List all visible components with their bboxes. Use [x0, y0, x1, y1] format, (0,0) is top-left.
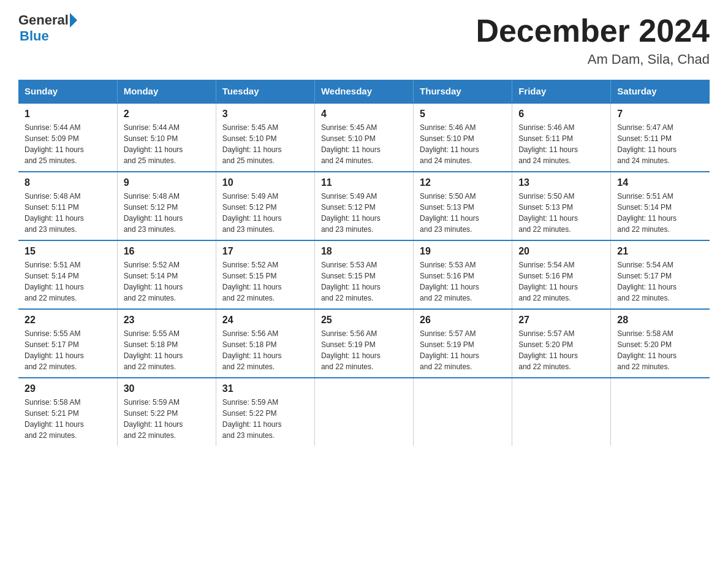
cell-week2-day5: 13 Sunrise: 5:50 AMSunset: 5:13 PMDaylig…: [512, 172, 611, 240]
day-info: Sunrise: 5:53 AMSunset: 5:15 PMDaylight:…: [321, 261, 381, 302]
title-section: December 2024 Am Dam, Sila, Chad: [476, 12, 710, 67]
day-number: 4: [321, 109, 407, 120]
day-number: 23: [124, 315, 210, 326]
cell-week5-day1: 30 Sunrise: 5:59 AMSunset: 5:22 PMDaylig…: [117, 378, 216, 446]
day-number: 5: [420, 109, 506, 120]
day-info: Sunrise: 5:53 AMSunset: 5:16 PMDaylight:…: [420, 261, 479, 302]
cell-week5-day6: [611, 378, 710, 446]
day-info: Sunrise: 5:49 AMSunset: 5:12 PMDaylight:…: [321, 192, 381, 234]
day-info: Sunrise: 5:57 AMSunset: 5:19 PMDaylight:…: [420, 329, 479, 371]
logo: General Blue: [18, 12, 77, 44]
cell-week5-day5: [512, 378, 611, 446]
day-number: 26: [420, 315, 506, 326]
day-info: Sunrise: 5:51 AMSunset: 5:14 PMDaylight:…: [25, 261, 84, 302]
day-info: Sunrise: 5:58 AMSunset: 5:20 PMDaylight:…: [617, 329, 677, 371]
day-number: 1: [25, 109, 111, 120]
day-info: Sunrise: 5:54 AMSunset: 5:17 PMDaylight:…: [617, 261, 677, 302]
day-info: Sunrise: 5:50 AMSunset: 5:13 PMDaylight:…: [518, 192, 578, 234]
cell-week1-day6: 7 Sunrise: 5:47 AMSunset: 5:11 PMDayligh…: [611, 103, 710, 172]
cell-week1-day5: 6 Sunrise: 5:46 AMSunset: 5:11 PMDayligh…: [512, 103, 611, 172]
page-title: December 2024: [476, 12, 710, 49]
cell-week3-day6: 21 Sunrise: 5:54 AMSunset: 5:17 PMDaylig…: [611, 240, 710, 309]
day-number: 31: [222, 383, 308, 394]
day-number: 24: [222, 315, 308, 326]
day-info: Sunrise: 5:56 AMSunset: 5:19 PMDaylight:…: [321, 329, 381, 371]
calendar-header: SundayMondayTuesdayWednesdayThursdayFrid…: [18, 80, 710, 103]
day-info: Sunrise: 5:56 AMSunset: 5:18 PMDaylight:…: [222, 329, 282, 371]
day-number: 20: [518, 246, 604, 257]
cell-week3-day1: 16 Sunrise: 5:52 AMSunset: 5:14 PMDaylig…: [117, 240, 216, 309]
header-thursday: Thursday: [414, 80, 512, 103]
header-monday: Monday: [117, 80, 216, 103]
cell-week4-day3: 25 Sunrise: 5:56 AMSunset: 5:19 PMDaylig…: [314, 309, 413, 378]
day-number: 19: [420, 246, 506, 257]
cell-week3-day4: 19 Sunrise: 5:53 AMSunset: 5:16 PMDaylig…: [414, 240, 512, 309]
day-info: Sunrise: 5:57 AMSunset: 5:20 PMDaylight:…: [518, 329, 578, 371]
cell-week3-day5: 20 Sunrise: 5:54 AMSunset: 5:16 PMDaylig…: [512, 240, 611, 309]
cell-week2-day6: 14 Sunrise: 5:51 AMSunset: 5:14 PMDaylig…: [611, 172, 710, 240]
day-info: Sunrise: 5:50 AMSunset: 5:13 PMDaylight:…: [420, 192, 479, 234]
page-subtitle: Am Dam, Sila, Chad: [476, 52, 710, 67]
day-number: 13: [518, 177, 604, 188]
day-info: Sunrise: 5:46 AMSunset: 5:11 PMDaylight:…: [518, 123, 578, 165]
day-number: 21: [617, 246, 703, 257]
day-number: 15: [25, 246, 111, 257]
logo-blue-text: Blue: [20, 28, 49, 44]
day-info: Sunrise: 5:46 AMSunset: 5:10 PMDaylight:…: [420, 123, 479, 165]
calendar-body: 1 Sunrise: 5:44 AMSunset: 5:09 PMDayligh…: [18, 103, 710, 446]
logo-arrow-icon: [70, 13, 77, 28]
calendar-table: SundayMondayTuesdayWednesdayThursdayFrid…: [18, 80, 710, 446]
cell-week4-day2: 24 Sunrise: 5:56 AMSunset: 5:18 PMDaylig…: [216, 309, 314, 378]
cell-week1-day0: 1 Sunrise: 5:44 AMSunset: 5:09 PMDayligh…: [18, 103, 117, 172]
cell-week1-day2: 3 Sunrise: 5:45 AMSunset: 5:10 PMDayligh…: [216, 103, 314, 172]
day-info: Sunrise: 5:51 AMSunset: 5:14 PMDaylight:…: [617, 192, 677, 234]
cell-week1-day3: 4 Sunrise: 5:45 AMSunset: 5:10 PMDayligh…: [314, 103, 413, 172]
day-info: Sunrise: 5:48 AMSunset: 5:11 PMDaylight:…: [25, 192, 84, 234]
header-tuesday: Tuesday: [216, 80, 314, 103]
day-number: 30: [124, 383, 210, 394]
day-number: 6: [518, 109, 604, 120]
cell-week1-day1: 2 Sunrise: 5:44 AMSunset: 5:10 PMDayligh…: [117, 103, 216, 172]
day-info: Sunrise: 5:44 AMSunset: 5:09 PMDaylight:…: [25, 123, 84, 165]
logo-general-text: General: [18, 12, 69, 28]
cell-week3-day3: 18 Sunrise: 5:53 AMSunset: 5:15 PMDaylig…: [314, 240, 413, 309]
week-row-5: 29 Sunrise: 5:58 AMSunset: 5:21 PMDaylig…: [18, 378, 710, 446]
header-row: SundayMondayTuesdayWednesdayThursdayFrid…: [18, 80, 710, 103]
day-number: 17: [222, 246, 308, 257]
day-number: 14: [617, 177, 703, 188]
day-number: 11: [321, 177, 407, 188]
day-info: Sunrise: 5:55 AMSunset: 5:17 PMDaylight:…: [25, 329, 84, 371]
cell-week2-day0: 8 Sunrise: 5:48 AMSunset: 5:11 PMDayligh…: [18, 172, 117, 240]
header-wednesday: Wednesday: [314, 80, 413, 103]
day-info: Sunrise: 5:55 AMSunset: 5:18 PMDaylight:…: [124, 329, 183, 371]
cell-week5-day3: [314, 378, 413, 446]
header-friday: Friday: [512, 80, 611, 103]
header-sunday: Sunday: [18, 80, 117, 103]
day-number: 12: [420, 177, 506, 188]
day-number: 7: [617, 109, 703, 120]
cell-week4-day6: 28 Sunrise: 5:58 AMSunset: 5:20 PMDaylig…: [611, 309, 710, 378]
day-number: 8: [25, 177, 111, 188]
cell-week4-day1: 23 Sunrise: 5:55 AMSunset: 5:18 PMDaylig…: [117, 309, 216, 378]
header-saturday: Saturday: [611, 80, 710, 103]
day-info: Sunrise: 5:52 AMSunset: 5:14 PMDaylight:…: [124, 261, 183, 302]
day-info: Sunrise: 5:47 AMSunset: 5:11 PMDaylight:…: [617, 123, 677, 165]
day-number: 18: [321, 246, 407, 257]
cell-week4-day0: 22 Sunrise: 5:55 AMSunset: 5:17 PMDaylig…: [18, 309, 117, 378]
day-number: 9: [124, 177, 210, 188]
day-info: Sunrise: 5:49 AMSunset: 5:12 PMDaylight:…: [222, 192, 282, 234]
day-number: 29: [25, 383, 111, 394]
cell-week2-day4: 12 Sunrise: 5:50 AMSunset: 5:13 PMDaylig…: [414, 172, 512, 240]
cell-week1-day4: 5 Sunrise: 5:46 AMSunset: 5:10 PMDayligh…: [414, 103, 512, 172]
day-info: Sunrise: 5:59 AMSunset: 5:22 PMDaylight:…: [222, 398, 282, 440]
cell-week5-day0: 29 Sunrise: 5:58 AMSunset: 5:21 PMDaylig…: [18, 378, 117, 446]
day-info: Sunrise: 5:58 AMSunset: 5:21 PMDaylight:…: [25, 398, 84, 440]
week-row-1: 1 Sunrise: 5:44 AMSunset: 5:09 PMDayligh…: [18, 103, 710, 172]
cell-week3-day2: 17 Sunrise: 5:52 AMSunset: 5:15 PMDaylig…: [216, 240, 314, 309]
day-number: 3: [222, 109, 308, 120]
day-number: 10: [222, 177, 308, 188]
week-row-2: 8 Sunrise: 5:48 AMSunset: 5:11 PMDayligh…: [18, 172, 710, 240]
cell-week5-day2: 31 Sunrise: 5:59 AMSunset: 5:22 PMDaylig…: [216, 378, 314, 446]
cell-week3-day0: 15 Sunrise: 5:51 AMSunset: 5:14 PMDaylig…: [18, 240, 117, 309]
day-info: Sunrise: 5:48 AMSunset: 5:12 PMDaylight:…: [124, 192, 183, 234]
